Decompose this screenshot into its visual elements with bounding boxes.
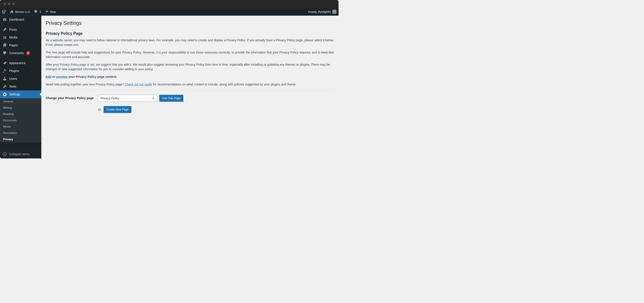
submenu-media[interactable]: Media <box>0 123 41 130</box>
wrench-icon <box>2 84 7 89</box>
help-line: Need help putting together your new Priv… <box>46 82 334 87</box>
submenu-reading[interactable]: Reading <box>0 111 41 117</box>
window-dot-close[interactable] <box>4 2 6 5</box>
sidebar-item-users[interactable]: Users <box>0 75 41 83</box>
change-page-row: Change your Privacy Policy page Privacy … <box>46 95 334 117</box>
settings-submenu: General Writing Reading Discussion Media… <box>0 98 41 142</box>
window-dot-minimize[interactable] <box>8 2 10 5</box>
or-label: Or <box>98 108 102 111</box>
sidebar-item-pages[interactable]: Pages <box>0 41 41 49</box>
sidebar-label-appearance: Appearance <box>9 61 26 65</box>
main-content: Privacy Settings Privacy Policy Page As … <box>41 16 338 158</box>
sidebar-label-tools: Tools <box>9 85 16 88</box>
submenu-discussion[interactable]: Discussion <box>0 117 41 123</box>
sidebar-label-posts: Posts <box>9 28 17 31</box>
svg-point-0 <box>3 152 6 156</box>
sidebar-item-posts[interactable]: Posts <box>0 26 41 33</box>
plus-icon <box>44 9 49 14</box>
intro-paragraph-1: As a website owner, you may need to foll… <box>46 38 334 47</box>
use-this-page-button[interactable]: Use This Page <box>159 95 184 102</box>
privacy-page-select[interactable]: Privacy Policy <box>98 95 157 102</box>
collapse-menu-button[interactable]: Collapse menu <box>0 150 41 158</box>
collapse-label: Collapse menu <box>9 152 29 156</box>
dashboard-icon <box>2 17 7 22</box>
comments-badge: 3 <box>26 51 30 55</box>
site-name-label: Bernier LLC <box>15 10 30 13</box>
sidebar-item-plugins[interactable]: Plugins <box>0 67 41 75</box>
settings-icon <box>2 92 7 96</box>
create-new-page-button[interactable]: Create New Page <box>104 106 132 113</box>
home-icon <box>10 9 14 14</box>
sidebar-item-media[interactable]: Media <box>0 33 41 41</box>
media-icon <box>2 35 7 39</box>
sidebar-label-comments: Comments <box>9 51 24 55</box>
admin-bar: Bernier LLC 3 New Howdy, Ryleigh85 <box>0 8 338 16</box>
section-heading: Privacy Policy Page <box>46 31 334 36</box>
collapse-icon <box>2 152 7 156</box>
account-button[interactable]: Howdy, Ryleigh85 <box>308 10 338 14</box>
avatar-icon <box>332 10 336 14</box>
comment-icon <box>34 9 38 14</box>
pin-icon <box>2 27 7 32</box>
comments-button[interactable]: 3 <box>32 8 43 16</box>
sidebar-label-settings: Settings <box>9 93 20 96</box>
user-icon <box>2 76 7 81</box>
wordpress-icon <box>2 9 6 14</box>
sidebar-label-media: Media <box>9 36 18 39</box>
sidebar-item-appearance[interactable]: Appearance <box>0 59 41 67</box>
window-titlebar <box>0 0 338 8</box>
submenu-privacy[interactable]: Privacy <box>0 136 41 142</box>
submenu-permalinks[interactable]: Permalinks <box>0 130 41 136</box>
guide-link[interactable]: Check out our guide <box>125 83 152 86</box>
howdy-text: Howdy, Ryleigh85 <box>308 10 331 13</box>
brush-icon <box>2 61 7 65</box>
page-title: Privacy Settings <box>46 18 334 27</box>
sidebar-item-settings[interactable]: Settings <box>0 90 41 98</box>
submenu-writing[interactable]: Writing <box>0 105 41 111</box>
page-icon <box>2 43 7 47</box>
sidebar-item-dashboard[interactable]: Dashboard <box>0 16 41 23</box>
admin-sidebar: Dashboard Posts Media Pages Comments 3 <box>0 16 41 158</box>
sidebar-label-users: Users <box>9 77 17 80</box>
new-label: New <box>50 10 56 13</box>
sidebar-label-plugins: Plugins <box>9 69 19 73</box>
new-button[interactable]: New <box>43 8 58 16</box>
plugin-icon <box>2 69 7 73</box>
edit-link[interactable]: Edit <box>46 75 51 78</box>
sidebar-item-comments[interactable]: Comments 3 <box>0 49 41 57</box>
preview-link[interactable]: preview <box>56 75 68 78</box>
sidebar-label-pages: Pages <box>9 43 18 47</box>
change-page-label: Change your Privacy Policy page <box>46 95 98 117</box>
comments-count: 3 <box>40 10 41 13</box>
sidebar-label-dashboard: Dashboard <box>9 18 24 21</box>
comment-icon <box>2 51 7 55</box>
window-dot-zoom[interactable] <box>12 2 15 5</box>
intro-paragraph-3: After your Privacy Policy page is set, w… <box>46 62 334 71</box>
submenu-general[interactable]: General <box>0 98 41 105</box>
intro-paragraph-2: The new page will include help and sugge… <box>46 50 334 59</box>
edit-preview-line: Edit or preview your Privacy Policy page… <box>46 74 334 79</box>
divider <box>46 90 334 90</box>
wp-logo-button[interactable] <box>0 8 8 16</box>
sidebar-item-tools[interactable]: Tools <box>0 83 41 90</box>
site-name-button[interactable]: Bernier LLC <box>8 8 32 16</box>
